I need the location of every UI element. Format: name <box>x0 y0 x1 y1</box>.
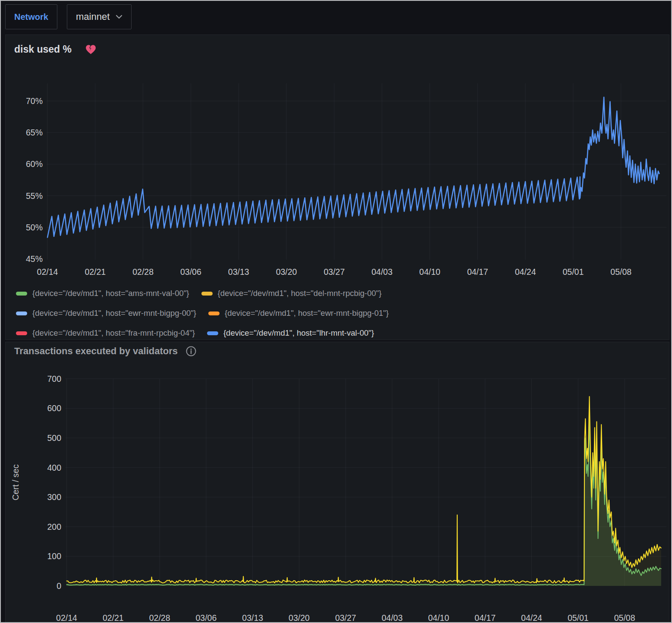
chart1-y-axis-labels: 45%50%55%60%65%70% <box>26 96 43 264</box>
svg-text:50%: 50% <box>26 223 43 232</box>
svg-text:05/08: 05/08 <box>610 267 631 277</box>
svg-text:02/21: 02/21 <box>85 267 106 277</box>
svg-text:05/01: 05/01 <box>568 613 589 623</box>
svg-text:02/21: 02/21 <box>103 613 124 623</box>
yellow-series-area <box>67 396 661 586</box>
transactions-chart-canvas[interactable]: 010020030040050060070002/1402/2102/2803/… <box>6 342 669 623</box>
legend-series-swatch <box>16 312 27 315</box>
chart2-x-axis-labels: 02/1402/2102/2803/0603/1303/2003/2704/03… <box>56 613 635 623</box>
svg-text:05/08: 05/08 <box>614 613 635 623</box>
svg-text:04/17: 04/17 <box>474 613 496 623</box>
svg-text:03/27: 03/27 <box>335 613 356 623</box>
svg-text:700: 700 <box>47 374 61 384</box>
legend-row: {device="/dev/md1", host="ewr-mnt-bigpg-… <box>16 303 662 323</box>
legend-item[interactable]: {device="/dev/md1", host="ewr-mnt-bigpg-… <box>208 308 389 318</box>
svg-text:05/01: 05/01 <box>563 267 584 277</box>
chevron-down-icon <box>116 15 122 19</box>
svg-text:04/24: 04/24 <box>521 613 542 623</box>
network-variable-value: mainnet <box>76 11 110 22</box>
dashboard-variable-bar: Network mainnet <box>1 1 671 35</box>
svg-text:45%: 45% <box>26 254 43 264</box>
svg-text:400: 400 <box>47 463 61 472</box>
svg-text:04/10: 04/10 <box>428 613 449 623</box>
svg-text:600: 600 <box>47 403 61 413</box>
legend-series-swatch <box>201 292 213 296</box>
svg-text:100: 100 <box>47 551 61 561</box>
svg-text:03/13: 03/13 <box>228 267 249 277</box>
svg-text:0: 0 <box>57 581 61 591</box>
legend-series-label: {device="/dev/md1", host="ewr-mnt-bigpg-… <box>225 308 389 318</box>
svg-text:04/10: 04/10 <box>419 267 440 277</box>
legend-series-label: {device="/dev/md1", host="del-mnt-rpcbig… <box>218 289 382 298</box>
chart2-grid <box>65 379 666 586</box>
svg-text:03/20: 03/20 <box>289 613 310 623</box>
legend-series-label: {device="/dev/md1", host="ewr-mnt-bigpg-… <box>32 308 196 318</box>
chart2-y-axis-title: Cert / sec <box>11 464 20 500</box>
svg-text:03/27: 03/27 <box>323 267 345 277</box>
svg-text:200: 200 <box>47 522 61 532</box>
green-series-line <box>67 420 661 585</box>
svg-text:04/03: 04/03 <box>382 613 403 623</box>
legend-item[interactable]: {device="/dev/md1", host="ams-mnt-val-00… <box>16 289 189 298</box>
svg-text:55%: 55% <box>26 191 43 201</box>
legend-series-label: {device="/dev/md1", host="lhr-mnt-val-00… <box>223 328 374 338</box>
svg-text:04/24: 04/24 <box>515 267 536 277</box>
legend-row: {device="/dev/md1", host="fra-mnt-rpcbig… <box>16 323 662 343</box>
disk-used-chart-canvas[interactable]: 45%50%55%60%65%70%02/1402/2102/2803/0603… <box>6 35 669 281</box>
legend-series-swatch <box>207 331 218 335</box>
svg-text:65%: 65% <box>26 128 43 137</box>
svg-text:03/20: 03/20 <box>276 267 297 277</box>
svg-text:03/13: 03/13 <box>242 613 263 623</box>
network-variable-dropdown[interactable]: mainnet <box>67 4 132 29</box>
legend-row: {device="/dev/md1", host="ams-mnt-val-00… <box>16 283 662 303</box>
legend-item[interactable]: {device="/dev/md1", host="ewr-mnt-bigpg-… <box>16 308 196 318</box>
svg-text:02/28: 02/28 <box>132 267 154 277</box>
legend-item[interactable]: {device="/dev/md1", host="fra-mnt-rpcbig… <box>16 328 195 338</box>
svg-text:02/28: 02/28 <box>149 613 170 623</box>
chart1-grid <box>47 83 666 260</box>
disk-used-series-line <box>47 97 659 237</box>
network-variable-label: Network <box>14 12 48 22</box>
yellow-series-line <box>67 396 661 583</box>
network-variable-label-chip: Network <box>5 4 57 29</box>
svg-text:04/03: 04/03 <box>371 267 393 277</box>
legend-item[interactable]: {device="/dev/md1", host="lhr-mnt-val-00… <box>207 328 374 338</box>
svg-text:60%: 60% <box>26 159 43 169</box>
svg-text:02/14: 02/14 <box>56 613 77 623</box>
svg-text:02/14: 02/14 <box>37 267 58 277</box>
disk-used-legend: {device="/dev/md1", host="ams-mnt-val-00… <box>16 283 662 343</box>
svg-text:300: 300 <box>47 492 61 502</box>
legend-series-swatch <box>208 312 220 315</box>
legend-series-label: {device="/dev/md1", host="fra-mnt-rpcbig… <box>32 328 195 338</box>
grafana-dashboard: { "topbar": { "network_label": "Network"… <box>0 0 672 623</box>
disk-used-panel: disk used % 45%50%55%60%65%70%02/1402/21… <box>5 35 669 340</box>
svg-text:70%: 70% <box>26 96 43 106</box>
chart2-y-axis-labels: 0100200300400500600700 <box>47 374 61 591</box>
green-series-area <box>67 420 661 586</box>
transactions-panel: Transactions executed by validators 0100… <box>5 342 669 623</box>
svg-text:500: 500 <box>47 433 61 443</box>
svg-text:04/17: 04/17 <box>467 267 488 277</box>
legend-item[interactable]: {device="/dev/md1", host="del-mnt-rpcbig… <box>201 289 382 298</box>
legend-series-swatch <box>16 292 27 296</box>
legend-series-label: {device="/dev/md1", host="ams-mnt-val-00… <box>32 289 189 298</box>
legend-series-swatch <box>16 331 27 335</box>
svg-text:03/06: 03/06 <box>180 267 201 277</box>
svg-text:03/06: 03/06 <box>195 613 217 623</box>
chart1-x-axis-labels: 02/1402/2102/2803/0603/1303/2003/2704/03… <box>37 267 632 277</box>
